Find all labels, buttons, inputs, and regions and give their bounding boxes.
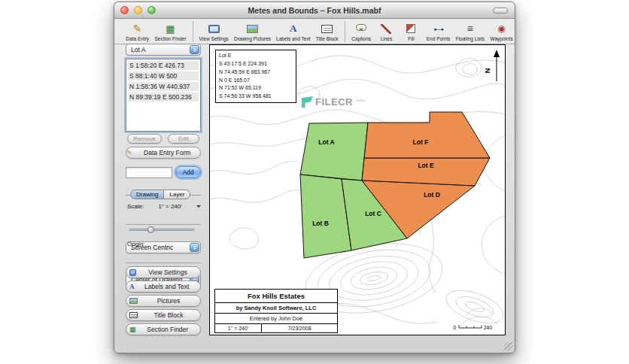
toolbar-item-waypoints[interactable]: Waypoints <box>488 20 515 44</box>
title-bar[interactable]: Metes and Bounds – Fox Hills.mabf <box>114 2 515 19</box>
fill-icon <box>406 23 415 35</box>
lot-a-polygon[interactable] <box>300 123 368 180</box>
picture-icon <box>247 23 258 35</box>
toolbar-item-label: Waypoints <box>491 36 513 41</box>
drawing-canvas[interactable]: Lot A Lot B Lot C Lot D Lot E Lot F N 0 <box>209 44 506 335</box>
view-settings-button[interactable]: View Settings <box>126 266 201 278</box>
scale-slider-thumb[interactable] <box>147 226 154 233</box>
grid-icon <box>166 23 175 35</box>
origin-label: Origin: <box>127 241 145 247</box>
toolbar-toggle-button[interactable] <box>493 8 508 14</box>
add-button[interactable]: Add <box>175 166 201 178</box>
title-block-title: Fox Hills Estates <box>215 290 337 303</box>
info-box-line: S 74:56:33 W 958.481 <box>219 93 293 101</box>
scale-label: Scale: <box>127 203 144 210</box>
title-block-label: Title Block <box>140 311 197 319</box>
data-entry-form-label: Data Entry Form <box>135 149 200 156</box>
watermark-text: FILECR <box>315 96 353 108</box>
scale-value[interactable]: 1" = 240' <box>144 203 196 210</box>
toolbar-item-lines[interactable]: Lines <box>375 20 397 44</box>
lot-d-label: Lot D <box>424 191 440 199</box>
toolbar-item-label: Section Finder <box>154 36 186 41</box>
title-block-icon <box>129 312 138 318</box>
info-box-line: S 43:17:5 E 224.391 <box>219 60 293 68</box>
checked-checkbox-icon[interactable] <box>129 269 136 276</box>
north-arrow: N <box>484 50 500 81</box>
labels-and-text-button[interactable]: Labels and Text <box>126 281 201 293</box>
window-controls <box>120 6 156 14</box>
title-block-icon <box>321 23 333 35</box>
info-box-title: Lot E <box>219 52 293 60</box>
toolbar-item-view-settings[interactable]: View Settings <box>197 20 230 44</box>
toolbar-item-fill[interactable]: Fill <box>400 20 422 44</box>
waypoint-icon <box>497 23 505 35</box>
data-entry-form-button[interactable]: Data Entry Form <box>126 147 201 159</box>
toolbar-item-label: Drawing Pictures <box>234 36 271 41</box>
list-item[interactable]: S 88:1:40 W 500 <box>128 71 199 80</box>
letter-a-icon <box>129 283 135 290</box>
labels-and-text-label: Labels and Text <box>137 283 198 290</box>
window-title: Metes and Bounds – Fox Hills.mabf <box>114 6 515 15</box>
toolbar-item-label: Fill <box>408 36 414 41</box>
list-icon <box>467 23 473 35</box>
lot-select-value: Lot A <box>131 46 145 53</box>
list-item[interactable]: N 89:39:19 E 500.236 <box>128 93 199 102</box>
pictures-label: Pictures <box>140 297 197 305</box>
info-box-line: N 71:52 W 65.119 <box>219 84 293 93</box>
watermark-suffix: .com <box>355 98 365 102</box>
lot-f-polygon[interactable] <box>364 112 490 158</box>
lot-select[interactable]: Lot A <box>126 44 201 56</box>
title-block: Fox Hills Estates by Sandy Knoll Softwar… <box>214 289 338 333</box>
lot-a-label: Lot A <box>318 138 334 146</box>
lot-f-label: Lot F <box>413 138 429 146</box>
toolbar: Data Entry Section Finder View Settings … <box>114 19 515 44</box>
calls-list[interactable]: S 1:58:20 E 426.73 S 88:1:40 W 500 N 1:5… <box>126 59 201 132</box>
minimize-button[interactable] <box>134 6 142 14</box>
title-block-byline: by Sandy Knoll Software, LLC <box>215 303 337 314</box>
zoom-button[interactable] <box>147 6 156 14</box>
toolbar-item-title-block[interactable]: Title Block <box>314 20 339 44</box>
lot-b-label: Lot B <box>312 220 329 227</box>
popup-arrows-icon <box>190 45 199 54</box>
toolbar-item-drawing-pictures[interactable]: Drawing Pictures <box>232 20 272 44</box>
toolbar-item-labels-and-text[interactable]: Labels and Text <box>275 20 311 44</box>
toolbar-item-captions[interactable]: Captions <box>350 20 373 44</box>
letter-a-icon <box>290 23 296 35</box>
add-input[interactable] <box>126 167 172 178</box>
list-item[interactable]: S 1:58:20 E 426.73 <box>128 61 199 70</box>
edit-button[interactable]: Edit <box>168 134 199 144</box>
view-settings-label: View Settings <box>138 268 197 276</box>
title-block-scale: 1" = 240' <box>215 324 262 332</box>
floating-list-lot-e[interactable]: Lot E S 43:17:5 E 224.391 N 74:45:59 E 8… <box>215 50 296 103</box>
info-box-line: N 74:45:59 E 863.967 <box>219 68 293 77</box>
section-finder-label: Section Finder <box>138 326 197 333</box>
remove-button[interactable]: Remove <box>127 134 162 144</box>
title-block-date: 7/23/2008 <box>262 324 337 332</box>
toolbar-item-data-entry[interactable]: Data Entry <box>124 20 150 44</box>
drawing-layer-tabs: Drawing Layer <box>126 190 201 200</box>
toolbar-item-floating-lists[interactable]: Floating Lists <box>454 20 487 44</box>
toolbar-item-label: Lines <box>381 36 393 41</box>
divider <box>126 262 201 263</box>
tab-layer[interactable]: Layer <box>164 190 190 199</box>
toolbar-separator <box>193 21 193 42</box>
close-button[interactable] <box>120 6 129 14</box>
scale-dropdown-arrow-icon[interactable] <box>196 205 201 210</box>
tab-drawing[interactable]: Drawing <box>130 190 164 199</box>
list-item[interactable]: N 1:58:36 W 440.937 <box>128 82 199 91</box>
section-finder-button[interactable]: Section Finder <box>126 323 201 335</box>
toolbar-item-section-finder[interactable]: Section Finder <box>153 20 187 44</box>
resize-grip[interactable] <box>504 342 513 351</box>
scale-bar-start: 0 <box>453 325 456 330</box>
pencil-icon <box>126 149 132 156</box>
scale-slider[interactable] <box>129 229 195 231</box>
scale-bar-end: 240 <box>484 325 492 330</box>
toolbar-item-label: View Settings <box>199 36 229 41</box>
toolbar-item-end-points[interactable]: End Points <box>424 20 451 44</box>
toolbar-separator <box>345 21 345 42</box>
lot-c-label: Lot C <box>365 210 381 217</box>
lot-e-label: Lot E <box>418 162 434 169</box>
watermark-logo-icon <box>302 96 313 108</box>
pictures-button[interactable]: Pictures <box>126 295 201 307</box>
title-block-button[interactable]: Title Block <box>126 309 201 321</box>
